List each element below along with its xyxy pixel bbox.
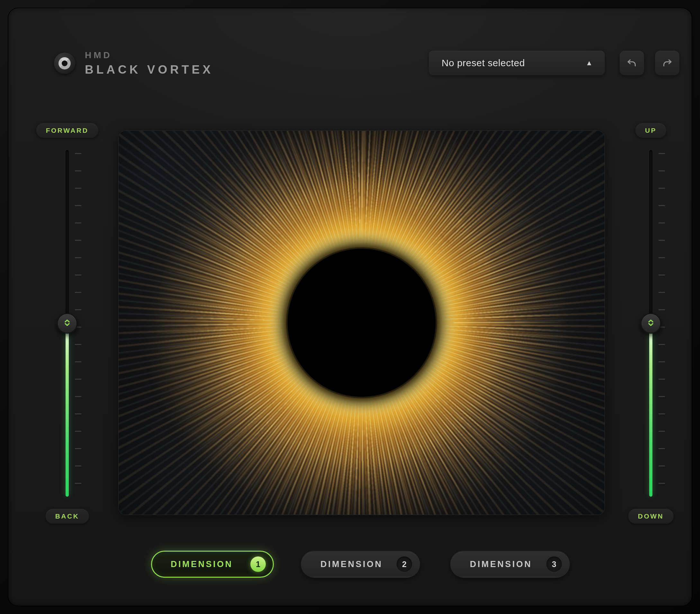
redo-arrow-icon [661, 57, 673, 69]
dimension-2-label: DIMENSION [321, 560, 383, 569]
dimension-1-label: DIMENSION [171, 560, 233, 569]
dimension-1-badge: 1 [250, 556, 266, 572]
dimension-3-badge: 3 [546, 556, 562, 572]
back-label: BACK [46, 509, 89, 524]
brand-block: HMD BLACK VORTEX [85, 50, 213, 76]
redo-button[interactable] [655, 51, 679, 75]
up-label: UP [635, 123, 666, 138]
left-slider-handle[interactable] [57, 313, 77, 334]
forward-label: FORWARD [36, 123, 98, 138]
dimension-2-badge: 2 [397, 556, 412, 572]
chevron-up-down-icon [646, 318, 656, 329]
ring-logo-icon [54, 53, 75, 74]
left-slider-track[interactable] [65, 150, 69, 497]
preset-selector[interactable]: No preset selected ▲ [429, 51, 605, 75]
right-slider-track[interactable] [649, 150, 652, 497]
dimension-1-button[interactable]: DIMENSION 1 [151, 551, 274, 578]
undo-arrow-icon [626, 57, 638, 69]
dimension-2-button[interactable]: DIMENSION 2 [301, 551, 420, 578]
main-panel: HMD BLACK VORTEX No preset selected ▲ [8, 8, 692, 606]
vortex-display [118, 131, 604, 515]
plugin-window: HMD BLACK VORTEX No preset selected ▲ [0, 0, 700, 614]
triangle-up-icon: ▲ [586, 59, 593, 67]
plugin-title: BLACK VORTEX [85, 63, 213, 76]
left-slider-fill [65, 323, 69, 497]
chevron-up-down-icon [62, 318, 72, 329]
undo-button[interactable] [620, 51, 644, 75]
preset-value: No preset selected [441, 58, 525, 69]
right-slider-fill [649, 323, 652, 497]
black-hole [288, 249, 436, 397]
dimension-3-button[interactable]: DIMENSION 3 [450, 551, 570, 578]
dimension-3-label: DIMENSION [470, 560, 532, 569]
brand-name: HMD [85, 50, 213, 60]
right-slider-handle[interactable] [640, 313, 661, 334]
down-label: DOWN [628, 509, 674, 524]
